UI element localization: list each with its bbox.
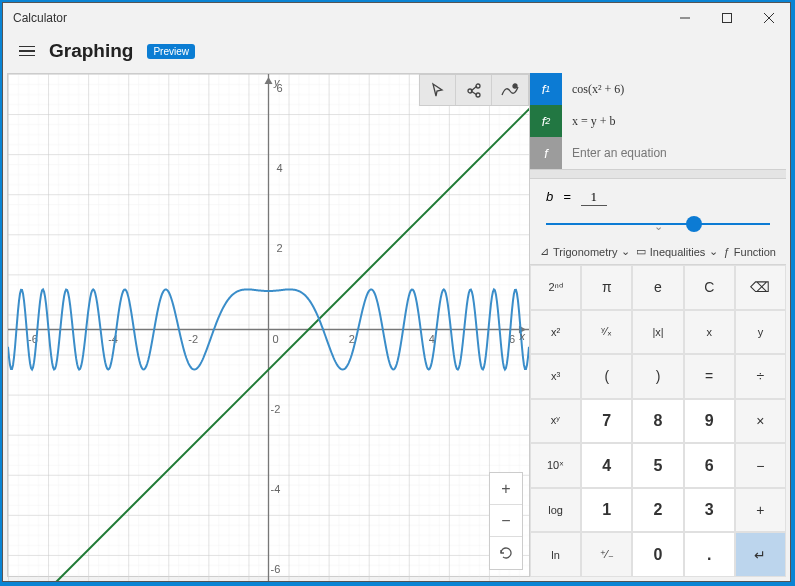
key-3[interactable]: 3 [684,488,735,533]
preview-badge: Preview [147,44,195,59]
equation-expr-1[interactable]: cos(x² + 6) [562,82,786,97]
divider [530,169,786,179]
key-10-pow-x[interactable]: 10ˣ [530,443,581,488]
function-icon: ƒ [724,246,730,258]
keypad-categories: ⊿ Trigonometry ⌄ ▭ Inequalities ⌄ ƒ Func… [530,239,786,265]
key-fraction[interactable]: ʸ⁄ₓ [581,310,632,355]
key-decimal[interactable]: . [684,532,735,577]
svg-text:-6: -6 [270,563,280,575]
equation-expr-2[interactable]: x = y + b [562,114,786,129]
key-x[interactable]: x [684,310,735,355]
equation-tag-f1: f1 [530,73,562,105]
key-8[interactable]: 8 [632,399,683,444]
share-icon[interactable] [456,75,492,105]
key-1[interactable]: 1 [581,488,632,533]
svg-point-26 [476,93,480,97]
key-0[interactable]: 0 [632,532,683,577]
equation-placeholder[interactable]: Enter an equation [562,146,786,160]
svg-point-24 [468,89,472,93]
graph-area[interactable]: 6 4 2 -2 -4 -6 -6 -4 -2 0 2 4 6 [7,73,530,577]
key-ln[interactable]: ln [530,532,581,577]
variable-value[interactable]: 1 [581,189,607,206]
hamburger-menu-icon[interactable] [19,46,35,57]
key-7[interactable]: 7 [581,399,632,444]
variable-name: b [546,189,553,204]
chevron-down-icon[interactable]: ⌄ [546,220,770,233]
header: Graphing Preview [3,33,790,69]
trig-tab[interactable]: ⊿ Trigonometry ⌄ [540,245,630,258]
key-4[interactable]: 4 [581,443,632,488]
angle-icon: ⊿ [540,245,549,258]
key-equals[interactable]: = [684,354,735,399]
minimize-button[interactable] [664,3,706,33]
key-enter[interactable]: ↵ [735,532,786,577]
key-abs[interactable]: |x| [632,310,683,355]
key-x-pow-y[interactable]: xʸ [530,399,581,444]
key-2[interactable]: 2 [632,488,683,533]
key-rparen[interactable]: ) [632,354,683,399]
window-title: Calculator [13,11,67,25]
svg-text:-2: -2 [270,403,280,415]
maximize-button[interactable] [706,3,748,33]
zoom-controls: + − [489,472,523,570]
svg-text:4: 4 [277,162,283,174]
key-x-cubed[interactable]: x³ [530,354,581,399]
svg-text:2: 2 [277,242,283,254]
svg-text:0: 0 [272,333,278,345]
x-axis-label: x [520,330,526,342]
right-panel: f1 cos(x² + 6) f2 x = y + b f Enter an e… [530,73,786,577]
key-y[interactable]: y [735,310,786,355]
close-button[interactable] [748,3,790,33]
chevron-down-icon: ⌄ [621,245,630,258]
key-9[interactable]: 9 [684,399,735,444]
svg-point-25 [476,84,480,88]
svg-text:-2: -2 [188,333,198,345]
key-2nd[interactable]: 2ⁿᵈ [530,265,581,310]
key-minus[interactable]: − [735,443,786,488]
key-backspace[interactable]: ⌫ [735,265,786,310]
slider-thumb[interactable] [686,216,702,232]
graph-canvas: 6 4 2 -2 -4 -6 -6 -4 -2 0 2 4 6 [8,74,529,581]
inequalities-icon: ▭ [636,245,646,258]
key-log[interactable]: log [530,488,581,533]
key-lparen[interactable]: ( [581,354,632,399]
svg-text:-4: -4 [270,483,280,495]
key-5[interactable]: 5 [632,443,683,488]
key-plus-minus[interactable]: ⁺⁄₋ [581,532,632,577]
key-multiply[interactable]: × [735,399,786,444]
zoom-out-button[interactable]: − [490,505,522,537]
graph-toolbar [419,74,529,106]
calculator-window: Calculator Graphing Preview [2,2,791,582]
svg-point-27 [513,84,517,88]
titlebar: Calculator [3,3,790,33]
svg-rect-1 [723,14,732,23]
equation-tag-f2: f2 [530,105,562,137]
equation-row-new[interactable]: f Enter an equation [530,137,786,169]
mode-title: Graphing [49,40,133,62]
chevron-down-icon: ⌄ [709,245,718,258]
svg-text:2: 2 [349,333,355,345]
equation-tag-new: f [530,137,562,169]
key-x-squared[interactable]: x² [530,310,581,355]
variable-section: b = 1 ⌄ [530,179,786,239]
graph-options-icon[interactable] [492,75,528,105]
equation-row-2[interactable]: f2 x = y + b [530,105,786,137]
trace-tool-icon[interactable] [420,75,456,105]
key-plus[interactable]: + [735,488,786,533]
key-clear[interactable]: C [684,265,735,310]
keypad: 2ⁿᵈ π e C ⌫ x² ʸ⁄ₓ |x| x y x³ ( ) = ÷ xʸ… [530,265,786,577]
y-axis-label: y [274,76,280,88]
equation-row-1[interactable]: f1 cos(x² + 6) [530,73,786,105]
key-pi[interactable]: π [581,265,632,310]
variable-slider[interactable] [546,214,770,216]
zoom-reset-button[interactable] [490,537,522,569]
key-e[interactable]: e [632,265,683,310]
variable-eq: = [563,189,571,204]
zoom-in-button[interactable]: + [490,473,522,505]
function-tab[interactable]: ƒ Function [724,246,776,258]
inequalities-tab[interactable]: ▭ Inequalities ⌄ [636,245,719,258]
main: 6 4 2 -2 -4 -6 -6 -4 -2 0 2 4 6 [3,69,790,581]
key-6[interactable]: 6 [684,443,735,488]
key-divide[interactable]: ÷ [735,354,786,399]
